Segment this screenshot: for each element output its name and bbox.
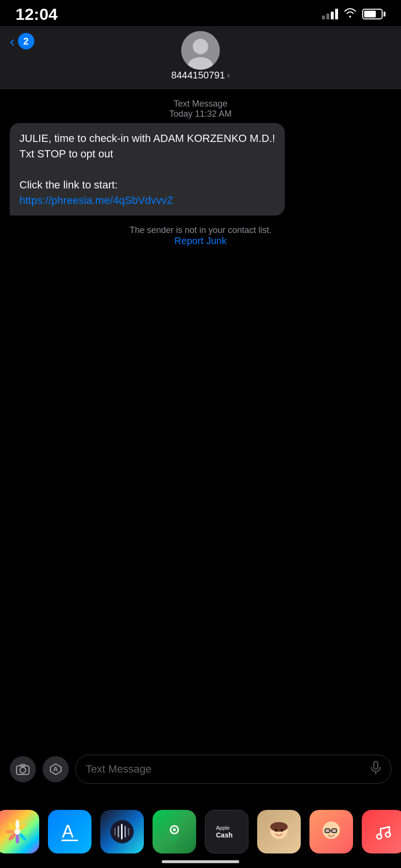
sender-info: The sender is not in your contact list. … bbox=[10, 225, 391, 247]
svg-rect-20 bbox=[118, 826, 119, 837]
chevron-right-icon: › bbox=[227, 70, 230, 80]
nav-header: ‹ 2 8444150791 › bbox=[0, 26, 401, 89]
svg-rect-23 bbox=[114, 828, 116, 836]
status-icons bbox=[322, 8, 386, 20]
message-link[interactable]: https://phreesia.me/4qSbVdvvvZ bbox=[19, 194, 173, 206]
signal-bars-icon bbox=[322, 9, 338, 19]
dock-item-shazam[interactable] bbox=[100, 810, 144, 853]
dock-item-findmy[interactable] bbox=[153, 810, 196, 853]
svg-point-37 bbox=[377, 834, 382, 839]
dock-item-memoji2[interactable] bbox=[309, 810, 353, 853]
svg-point-1 bbox=[188, 57, 213, 70]
svg-rect-22 bbox=[124, 826, 126, 837]
message-bubble-wrap: JULIE, time to check-in with ADAM KORZEN… bbox=[10, 123, 391, 216]
svg-point-0 bbox=[193, 39, 208, 54]
svg-point-26 bbox=[173, 828, 176, 831]
svg-rect-35 bbox=[332, 829, 337, 833]
camera-button[interactable] bbox=[10, 756, 36, 782]
svg-text:Cash: Cash bbox=[216, 831, 232, 839]
message-type-label: Text Message bbox=[10, 99, 391, 109]
contact-avatar[interactable] bbox=[181, 31, 220, 70]
svg-point-30 bbox=[270, 822, 288, 832]
text-input[interactable]: Text Message bbox=[76, 755, 391, 784]
apps-button[interactable]: A bbox=[43, 756, 69, 782]
svg-point-32 bbox=[280, 829, 283, 832]
back-button[interactable]: ‹ 2 bbox=[10, 33, 34, 49]
svg-text:Apple: Apple bbox=[216, 825, 230, 831]
wifi-icon bbox=[344, 8, 356, 20]
svg-point-38 bbox=[386, 832, 390, 837]
dock-item-photos[interactable] bbox=[0, 810, 39, 853]
message-bubble[interactable]: JULIE, time to check-in with ADAM KORZEN… bbox=[10, 123, 285, 216]
battery-icon bbox=[362, 9, 386, 19]
svg-rect-21 bbox=[121, 824, 123, 839]
report-junk-button[interactable]: Report Junk bbox=[10, 235, 391, 247]
message-timestamp: Text Message Today 11:32 AM bbox=[10, 99, 391, 119]
svg-text:A: A bbox=[62, 822, 74, 841]
svg-point-31 bbox=[275, 829, 278, 832]
microphone-icon[interactable] bbox=[370, 761, 381, 777]
svg-rect-34 bbox=[325, 829, 330, 833]
dock-item-music[interactable] bbox=[362, 810, 401, 853]
dock-item-applecash[interactable]: Apple Cash bbox=[205, 810, 248, 853]
svg-point-10 bbox=[20, 830, 30, 834]
messages-area: Text Message Today 11:32 AM JULIE, time … bbox=[0, 89, 401, 247]
status-time: 12:04 bbox=[15, 5, 58, 24]
status-bar: 12:04 bbox=[0, 0, 401, 26]
svg-text:A: A bbox=[53, 765, 58, 773]
not-in-contacts-label: The sender is not in your contact list. bbox=[10, 225, 391, 235]
svg-point-8 bbox=[15, 820, 19, 829]
back-chevron-icon: ‹ bbox=[10, 33, 15, 49]
svg-rect-6 bbox=[374, 761, 378, 769]
svg-point-16 bbox=[15, 829, 20, 835]
back-badge: 2 bbox=[18, 33, 34, 49]
dock-item-appstore[interactable]: A bbox=[48, 810, 92, 853]
svg-point-12 bbox=[15, 834, 19, 844]
svg-point-14 bbox=[5, 830, 15, 834]
svg-rect-24 bbox=[128, 828, 129, 836]
dock: A Apple Cash bbox=[0, 810, 401, 853]
dock-item-memoji1[interactable] bbox=[257, 810, 301, 853]
contact-name[interactable]: 8444150791 › bbox=[171, 70, 230, 81]
message-time-label: Today 11:32 AM bbox=[10, 109, 391, 119]
svg-point-3 bbox=[20, 767, 26, 773]
home-indicator bbox=[162, 860, 239, 863]
text-input-placeholder: Text Message bbox=[86, 763, 366, 775]
input-bar: A Text Message bbox=[0, 748, 401, 790]
message-body-text: JULIE, time to check-in with ADAM KORZEN… bbox=[19, 132, 275, 191]
